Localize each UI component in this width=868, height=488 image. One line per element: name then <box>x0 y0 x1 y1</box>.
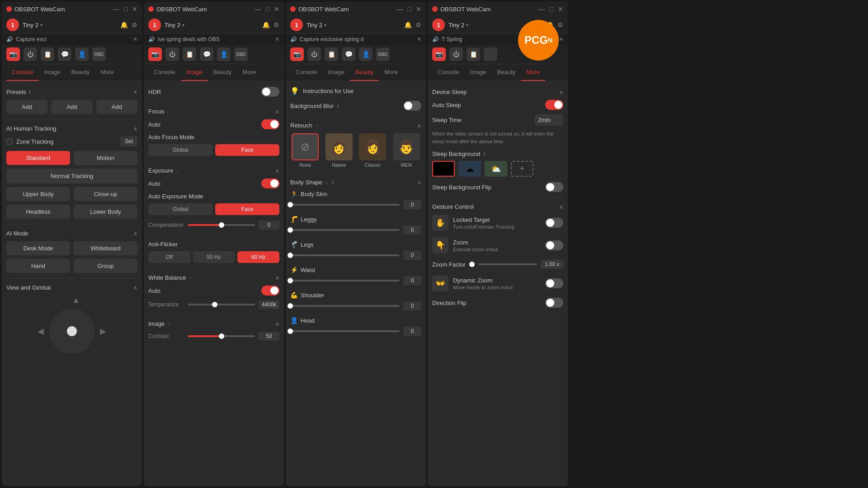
tab-console-2[interactable]: Console <box>148 64 181 81</box>
device-sleep-collapse[interactable]: ∧ <box>559 89 563 95</box>
preset-add-2[interactable]: Add <box>51 100 92 114</box>
tab-image-4[interactable]: Image <box>465 64 492 81</box>
gear-icon-3[interactable]: ⚙ <box>415 21 421 28</box>
close-btn-1[interactable]: ✕ <box>132 5 137 13</box>
notif-close-4[interactable]: ✕ <box>559 36 563 42</box>
tab-console-1[interactable]: Console <box>6 64 39 81</box>
temperature-track[interactable] <box>188 304 255 305</box>
exposure-collapse[interactable]: ∧ <box>275 168 279 174</box>
minimize-btn-4[interactable]: — <box>539 5 545 13</box>
toolbar-camera-1[interactable]: 📷 <box>6 47 20 61</box>
gear-icon-4[interactable]: ⚙ <box>557 21 563 28</box>
toolbar-camera-2[interactable]: 📷 <box>148 47 162 61</box>
gesture-collapse[interactable]: ∧ <box>559 204 563 210</box>
head-thumb[interactable] <box>288 328 293 334</box>
exposure-auto-toggle[interactable] <box>261 178 279 188</box>
tab-beauty-2[interactable]: Beauty <box>208 64 237 81</box>
tab-image-1[interactable]: Image <box>39 64 66 81</box>
toolbar-osc-2[interactable]: OSC <box>234 47 248 61</box>
group-btn[interactable]: Group <box>74 259 137 273</box>
standard-mode-btn[interactable]: Standard <box>6 151 70 165</box>
compensation-value[interactable] <box>259 221 279 230</box>
head-track[interactable] <box>290 330 400 332</box>
lower-body-btn[interactable]: Lower Body <box>74 205 137 219</box>
auto-sleep-toggle[interactable] <box>545 100 563 110</box>
bell-icon-3[interactable]: 🔔 <box>404 21 412 28</box>
gimbal-disk[interactable] <box>49 309 94 354</box>
maximize-btn-4[interactable]: □ <box>550 5 553 13</box>
minimize-btn-3[interactable]: — <box>397 5 403 13</box>
antiflicker-60hz[interactable]: 60 Hz <box>237 251 279 263</box>
preset-add-1[interactable]: Add <box>6 100 47 114</box>
hdr-toggle[interactable] <box>261 87 279 97</box>
temperature-value[interactable] <box>259 300 279 309</box>
retouch-men-img[interactable]: 👨 <box>393 133 420 160</box>
tab-more-2[interactable]: More <box>237 64 261 81</box>
retouch-none-img[interactable]: ⊘ <box>292 133 319 160</box>
zoom-track[interactable] <box>478 263 537 265</box>
notif-close-1[interactable]: ✕ <box>133 36 137 42</box>
gear-icon-2[interactable]: ⚙ <box>274 21 279 28</box>
image-collapse[interactable]: ∧ <box>275 321 279 327</box>
device-name-1[interactable]: Tiny 2 ▾ <box>23 22 42 28</box>
wb-auto-toggle[interactable] <box>261 286 279 296</box>
dynamic-zoom-toggle[interactable] <box>545 278 563 288</box>
contrast-track[interactable] <box>188 335 255 337</box>
close-btn-2[interactable]: ✕ <box>274 5 279 13</box>
shoulder-thumb[interactable] <box>288 303 293 309</box>
tab-beauty-1[interactable]: Beauty <box>66 64 95 81</box>
toolbar-chat-3[interactable]: 💬 <box>342 47 355 61</box>
maximize-btn-3[interactable]: □ <box>408 5 411 13</box>
zoom-factor-value[interactable] <box>541 260 563 269</box>
toolbar-chat-2[interactable]: 💬 <box>200 47 213 61</box>
toolbar-chat-4[interactable]: ... <box>484 47 497 61</box>
legs-track[interactable] <box>290 254 400 256</box>
bg-blur-toggle[interactable] <box>403 101 421 111</box>
body-slim-thumb[interactable] <box>288 202 293 207</box>
toolbar-osc-1[interactable]: OSC <box>92 47 106 61</box>
toolbar-person-1[interactable]: 👤 <box>75 47 89 61</box>
waist-track[interactable] <box>290 280 400 282</box>
gear-icon-1[interactable]: ⚙ <box>132 21 137 28</box>
tab-image-2[interactable]: Image <box>181 64 208 81</box>
maximize-btn-1[interactable]: □ <box>124 5 127 13</box>
antiflicker-50hz[interactable]: 50 Hz <box>193 251 235 263</box>
body-slim-value[interactable] <box>403 200 421 209</box>
retouch-native-img[interactable]: 👩 <box>326 133 353 160</box>
headless-btn[interactable]: Headless <box>6 205 70 219</box>
tab-more-4[interactable]: More <box>521 64 545 81</box>
gimbal-right-icon[interactable]: ▶ <box>100 326 106 336</box>
leggy-thumb[interactable] <box>288 227 293 233</box>
leggy-value[interactable] <box>403 225 421 235</box>
toolbar-clipboard-1[interactable]: 📋 <box>41 47 54 61</box>
retouch-collapse[interactable]: ∧ <box>417 122 421 129</box>
sleep-bg-cloud2[interactable]: ⛅ <box>485 161 507 177</box>
leggy-track[interactable] <box>290 229 400 231</box>
shoulder-value[interactable] <box>403 301 421 310</box>
whiteboard-btn[interactable]: Whiteboard <box>74 241 137 255</box>
device-name-4[interactable]: Tiny 2 ▾ <box>448 22 468 28</box>
contrast-thumb[interactable] <box>219 333 224 339</box>
toolbar-camera-3[interactable]: 📷 <box>290 47 304 61</box>
ai-tracking-collapse[interactable]: ∧ <box>133 126 137 132</box>
minimize-btn-1[interactable]: — <box>113 5 119 13</box>
retouch-classic-img[interactable]: 👩 <box>359 133 386 160</box>
compensation-thumb[interactable] <box>219 222 224 228</box>
toolbar-person-3[interactable]: 👤 <box>359 47 373 61</box>
motion-mode-btn[interactable]: Motion <box>74 151 137 165</box>
ai-mode-collapse[interactable]: ∧ <box>133 230 137 237</box>
wb-collapse[interactable]: ∧ <box>275 275 279 281</box>
tab-console-3[interactable]: Console <box>290 64 323 81</box>
tab-more-1[interactable]: More <box>95 64 119 81</box>
body-shape-collapse[interactable]: ∧ <box>417 179 421 186</box>
contrast-value[interactable] <box>259 332 279 341</box>
normal-tracking-btn[interactable]: Normal Tracking <box>6 169 137 183</box>
minimize-btn-2[interactable]: — <box>255 5 261 13</box>
tab-beauty-4[interactable]: Beauty <box>492 64 521 81</box>
antiflicker-off[interactable]: Off <box>148 251 190 263</box>
maximize-btn-2[interactable]: □ <box>266 5 269 13</box>
hand-btn[interactable]: Hand <box>6 259 70 273</box>
gimbal-up-icon[interactable]: ▲ <box>72 296 80 305</box>
zone-tracking-checkbox[interactable] <box>6 138 13 145</box>
focus-collapse[interactable]: ∧ <box>275 108 279 115</box>
